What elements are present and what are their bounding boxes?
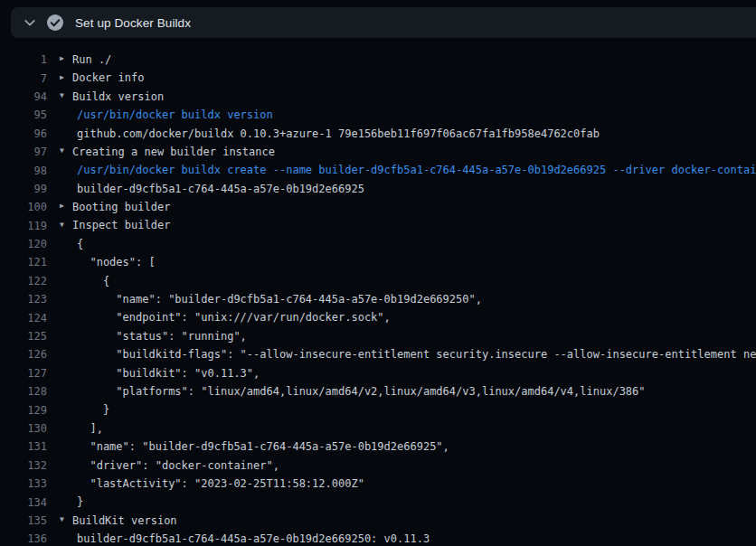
log-command-line: /usr/bin/docker buildx create --name bui… <box>47 161 756 179</box>
group-collapsed-triangle-icon[interactable]: ▶ <box>60 69 72 87</box>
log-group-header[interactable]: ▼BuildKit version <box>47 512 756 530</box>
log-group-header[interactable]: ▶Docker info <box>47 69 756 87</box>
group-title: Run ./ <box>72 53 111 66</box>
line-number[interactable]: 124 <box>0 312 47 325</box>
line-number[interactable]: 123 <box>0 293 47 306</box>
line-number[interactable]: 96 <box>0 127 47 140</box>
group-title: Inspect builder <box>72 219 170 231</box>
log-row: 123 "name": "builder-d9cfb5a1-c764-445a-… <box>0 290 756 308</box>
step-header[interactable]: Set up Docker Buildx <box>11 7 756 38</box>
line-number[interactable]: 130 <box>0 422 47 435</box>
log-output-line: "driver": "docker-container", <box>47 457 756 475</box>
group-collapsed-triangle-icon[interactable]: ▶ <box>60 198 72 216</box>
log-row[interactable]: 119▼Inspect builder <box>0 217 756 235</box>
check-circle-icon <box>46 14 64 32</box>
line-number[interactable]: 133 <box>0 477 47 490</box>
line-number[interactable]: 134 <box>0 496 47 509</box>
group-title: Creating a new builder instance <box>72 146 275 158</box>
step-title: Set up Docker Buildx <box>75 16 191 30</box>
log-output-line: "platforms": "linux/amd64,linux/amd64/v2… <box>47 382 756 400</box>
log-output-line: builder-d9cfb5a1-c764-445a-a57e-0b19d2e6… <box>47 530 756 546</box>
log-row: 96github.com/docker/buildx 0.10.3+azure-… <box>0 125 756 143</box>
line-number[interactable]: 120 <box>0 238 47 250</box>
group-expanded-triangle-icon[interactable]: ▼ <box>60 512 72 530</box>
log-output-line: builder-d9cfb5a1-c764-445a-a57e-0b19d2e6… <box>47 180 756 198</box>
log-output-line: "buildkitd-flags": "--allow-insecure-ent… <box>47 345 756 363</box>
log-output-line: } <box>47 400 756 419</box>
log-row: 134} <box>0 493 756 511</box>
line-number[interactable]: 98 <box>0 165 47 177</box>
log-row: 130 ], <box>0 419 756 438</box>
log-row: 121 "nodes": [ <box>0 253 756 271</box>
log-output-line: "name": "builder-d9cfb5a1-c764-445a-a57e… <box>47 290 756 308</box>
line-number[interactable]: 125 <box>0 330 47 343</box>
group-title: BuildKit version <box>72 514 177 527</box>
log-group-header[interactable]: ▼Inspect builder <box>47 217 756 235</box>
line-number[interactable]: 121 <box>0 256 47 268</box>
line-number[interactable]: 136 <box>0 532 47 545</box>
line-number[interactable]: 131 <box>0 440 47 453</box>
log-row: 131 "name": "builder-d9cfb5a1-c764-445a-… <box>0 438 756 456</box>
log-row[interactable]: 94▼Buildx version <box>0 88 756 106</box>
log-row: 127 "buildkit": "v0.11.3", <box>0 364 756 382</box>
line-number[interactable]: 99 <box>0 183 47 195</box>
log-row[interactable]: 1▶Run ./ <box>0 51 756 69</box>
log-output-line: "nodes": [ <box>47 253 756 271</box>
line-number[interactable]: 94 <box>0 90 47 103</box>
log-output-line: { <box>47 235 756 253</box>
log-output-line: } <box>47 493 756 511</box>
log-row: 95/usr/bin/docker buildx version <box>0 106 756 124</box>
log-group-header[interactable]: ▶Run ./ <box>47 51 756 69</box>
group-expanded-triangle-icon[interactable]: ▼ <box>60 88 72 106</box>
log-rows: 1▶Run ./7▶Docker info94▼Buildx version95… <box>0 51 756 546</box>
log-output-line: "endpoint": "unix:///var/run/docker.sock… <box>47 308 756 326</box>
log-row: 122 { <box>0 272 756 290</box>
log-row: 120{ <box>0 235 756 253</box>
group-title: Booting builder <box>72 201 170 213</box>
chevron-down-icon[interactable] <box>20 13 40 33</box>
log-row: 133 "lastActivity": "2023-02-25T11:58:12… <box>0 475 756 493</box>
log-output-line: "buildkit": "v0.11.3", <box>47 364 756 382</box>
log-output-line: github.com/docker/buildx 0.10.3+azure-1 … <box>47 125 756 143</box>
log-row: 126 "buildkitd-flags": "--allow-insecure… <box>0 345 756 363</box>
log-output-line: ], <box>47 419 756 438</box>
group-title: Docker info <box>72 71 144 84</box>
line-number[interactable]: 95 <box>0 108 47 121</box>
log-group-header[interactable]: ▶Booting builder <box>47 198 756 216</box>
log-group-header[interactable]: ▼Buildx version <box>47 88 756 106</box>
line-number[interactable]: 100 <box>0 201 47 213</box>
group-collapsed-triangle-icon[interactable]: ▶ <box>60 51 72 69</box>
log-output-line: { <box>47 272 756 290</box>
log-row: 99builder-d9cfb5a1-c764-445a-a57e-0b19d2… <box>0 180 756 198</box>
line-number[interactable]: 135 <box>0 514 47 527</box>
group-title: Buildx version <box>72 90 164 103</box>
line-number[interactable]: 122 <box>0 275 47 287</box>
log-row: 124 "endpoint": "unix:///var/run/docker.… <box>0 308 756 326</box>
log-row[interactable]: 7▶Docker info <box>0 69 756 87</box>
group-expanded-triangle-icon[interactable]: ▼ <box>60 143 72 161</box>
log-row: 125 "status": "running", <box>0 327 756 345</box>
log-output-line: "lastActivity": "2023-02-25T11:58:12.000… <box>47 475 756 493</box>
log-command-line: /usr/bin/docker buildx version <box>47 106 756 124</box>
log-row: 128 "platforms": "linux/amd64,linux/amd6… <box>0 382 756 400</box>
line-number[interactable]: 97 <box>0 146 47 158</box>
line-number[interactable]: 128 <box>0 385 47 398</box>
log-group-header[interactable]: ▼Creating a new builder instance <box>47 143 756 161</box>
line-number[interactable]: 1 <box>0 53 47 66</box>
log-output-line: "name": "builder-d9cfb5a1-c764-445a-a57e… <box>47 438 756 456</box>
group-expanded-triangle-icon[interactable]: ▼ <box>60 217 72 235</box>
log-row: 132 "driver": "docker-container", <box>0 457 756 475</box>
line-number[interactable]: 127 <box>0 367 47 380</box>
log-row: 98/usr/bin/docker buildx create --name b… <box>0 161 756 179</box>
line-number[interactable]: 119 <box>0 220 47 232</box>
log-row[interactable]: 97▼Creating a new builder instance <box>0 143 756 161</box>
log-row: 129 } <box>0 400 756 419</box>
line-number[interactable]: 132 <box>0 459 47 472</box>
line-number[interactable]: 126 <box>0 348 47 361</box>
log-output-line: "status": "running", <box>47 327 756 345</box>
line-number[interactable]: 129 <box>0 404 47 417</box>
log-row[interactable]: 135▼BuildKit version <box>0 512 756 530</box>
line-number[interactable]: 7 <box>0 72 47 85</box>
log-row[interactable]: 100▶Booting builder <box>0 198 756 216</box>
log-row: 136builder-d9cfb5a1-c764-445a-a57e-0b19d… <box>0 530 756 546</box>
